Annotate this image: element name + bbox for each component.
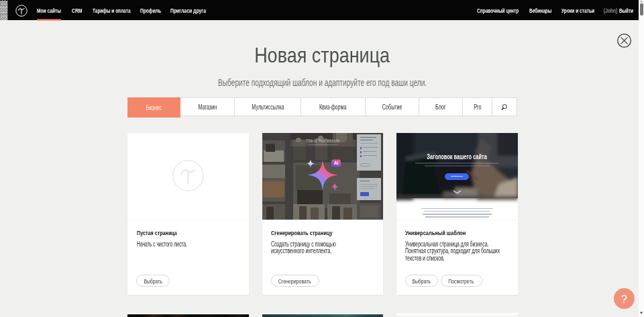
svg-text:?: ? <box>621 293 627 305</box>
svg-text:AI: AI <box>333 161 338 165</box>
